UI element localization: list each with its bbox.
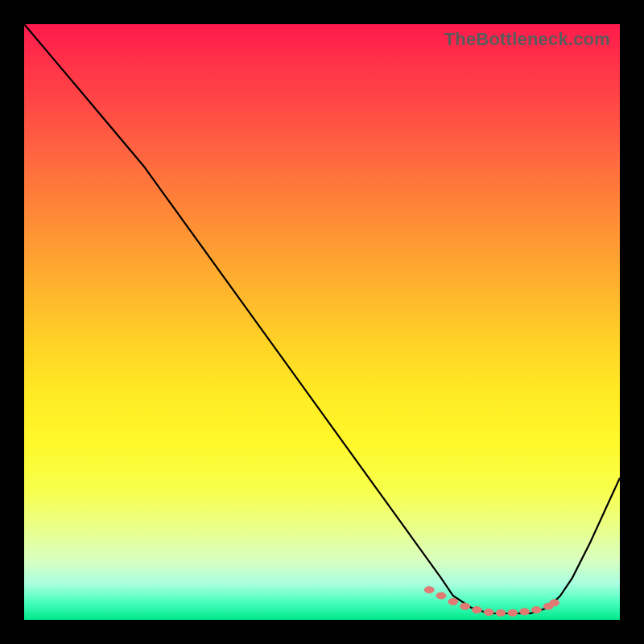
curve-marker <box>508 609 518 616</box>
curve-marker <box>550 600 559 606</box>
bottleneck-curve <box>24 24 620 613</box>
curve-marker <box>531 607 541 613</box>
curve-marker <box>496 609 506 616</box>
marker-group <box>424 587 559 617</box>
curve-marker <box>424 587 434 593</box>
curve-layer <box>24 24 620 620</box>
curve-marker <box>448 598 458 605</box>
plot-area: TheBottleneck.com <box>24 24 620 620</box>
curve-marker <box>436 592 446 599</box>
curve-marker <box>460 603 470 609</box>
chart-frame: TheBottleneck.com <box>0 0 644 644</box>
curve-marker <box>472 607 481 613</box>
curve-marker <box>520 609 530 615</box>
curve-marker <box>484 609 493 616</box>
